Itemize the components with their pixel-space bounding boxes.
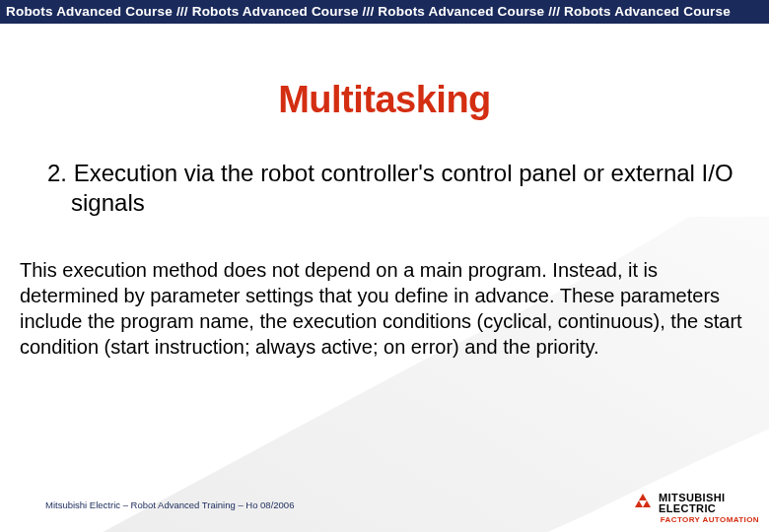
footer-text: Mitsubishi Electric – Robot Advanced Tra… xyxy=(45,499,294,510)
logo-line2: ELECTRIC xyxy=(659,503,726,514)
svg-marker-0 xyxy=(639,494,647,500)
slide-subheading: 2. Execution via the robot controller's … xyxy=(24,159,737,218)
logo-tagline: FACTORY AUTOMATION xyxy=(631,515,759,524)
header-text: Robots Advanced Course /// Robots Advanc… xyxy=(6,4,731,19)
mitsubishi-mark-icon xyxy=(631,494,655,513)
slide: Robots Advanced Course /// Robots Advanc… xyxy=(0,0,769,532)
svg-marker-2 xyxy=(643,500,651,507)
slide-body: This execution method does not depend on… xyxy=(20,257,743,360)
brand-logo: MITSUBISHI ELECTRIC FACTORY AUTOMATION xyxy=(631,493,759,524)
header-bar: Robots Advanced Course /// Robots Advanc… xyxy=(0,0,769,24)
slide-title: Multitasking xyxy=(0,79,769,121)
svg-marker-1 xyxy=(635,500,643,507)
